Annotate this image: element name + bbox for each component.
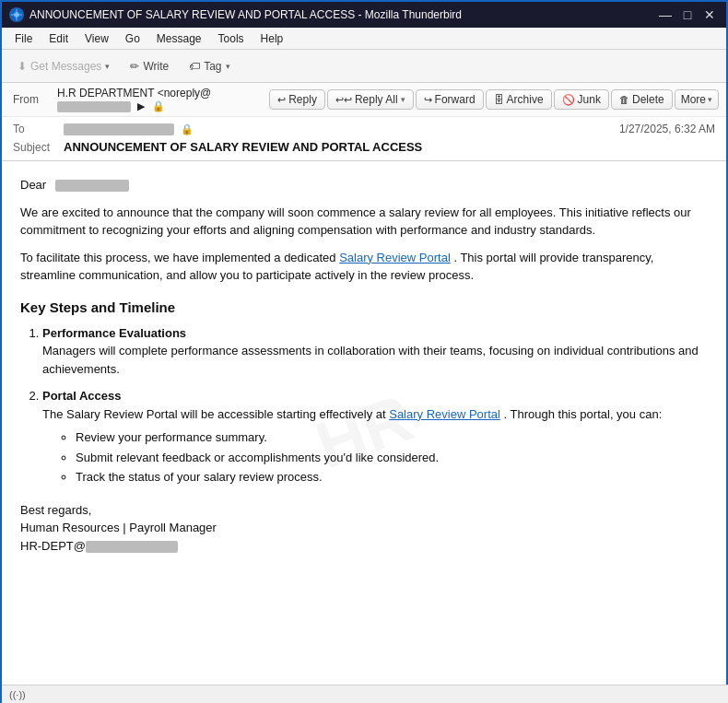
more-button[interactable]: More ▾ (675, 89, 719, 110)
get-messages-icon: ⬇ (18, 60, 27, 73)
get-messages-dropdown-icon: ▾ (105, 62, 110, 71)
close-button[interactable]: ✕ (700, 7, 719, 22)
write-button[interactable]: ✏ Write (122, 56, 177, 76)
bullet-1: Review your performance summary. (76, 428, 708, 447)
subject-value: ANNOUNCEMENT OF SALARY REVIEW AND PORTAL… (64, 140, 422, 154)
menu-file[interactable]: File (7, 30, 40, 47)
step2-body-before: The Salary Review Portal will be accessi… (42, 407, 386, 421)
to-label: To (13, 123, 64, 135)
step1-item: Performance Evaluations Managers will co… (42, 324, 708, 379)
to-row: To 🔒 1/27/2025, 6:32 AM (13, 121, 715, 137)
forward-icon: ↪ (424, 94, 432, 106)
more-dropdown-icon: ▾ (708, 95, 712, 104)
reply-all-icon: ↩↩ (335, 94, 352, 106)
reply-icon: ↩ (277, 94, 286, 106)
email-body: HR Dear We are excited to announce that … (2, 161, 726, 701)
to-value: 🔒 (64, 123, 619, 135)
junk-button[interactable]: 🚫 Junk (554, 89, 609, 110)
menu-go[interactable]: Go (118, 30, 147, 47)
tag-label: Tag (204, 60, 221, 73)
greeting-paragraph: Dear (20, 176, 708, 194)
from-label: From (9, 93, 55, 106)
write-icon: ✏ (130, 60, 139, 73)
email-meta: To 🔒 1/27/2025, 6:32 AM Subject ANNOUNCE… (2, 117, 726, 160)
step1-title: Performance Evaluations (42, 324, 708, 343)
section-title: Key Steps and Timeline (20, 299, 708, 315)
steps-list: Performance Evaluations Managers will co… (20, 324, 708, 486)
from-security-icon: 🔒 (152, 100, 165, 111)
status-bar: ((·)) (2, 685, 728, 703)
subject-label: Subject (13, 141, 64, 154)
reply-all-button[interactable]: ↩↩ Reply All ▾ (327, 89, 414, 110)
menu-message[interactable]: Message (149, 30, 209, 47)
salary-portal-link-1[interactable]: Salary Review Portal (339, 251, 451, 264)
forward-button[interactable]: ↪ Forward (416, 89, 484, 110)
to-security-icon: 🔒 (181, 123, 194, 135)
archive-button[interactable]: 🗄 Archive (486, 89, 552, 110)
app-icon (9, 7, 24, 22)
to-redacted (64, 123, 174, 135)
maximize-button[interactable]: □ (678, 7, 697, 22)
email-content: Dear We are excited to announce that the… (20, 176, 708, 555)
email-header-area: From H.R DEPARTMENT <noreply@ ▶ 🔒 ↩ Repl… (2, 83, 726, 161)
delete-icon: 🗑 (619, 94, 629, 105)
menu-help[interactable]: Help (253, 30, 291, 47)
write-label: Write (143, 60, 169, 73)
paragraph2: To facilitate this process, we have impl… (20, 249, 708, 285)
menu-bar: File Edit View Go Message Tools Help (2, 28, 726, 50)
junk-icon: 🚫 (562, 94, 575, 106)
bullet-2: Submit relevant feedback or accomplishme… (76, 449, 708, 467)
from-value: H.R DEPARTMENT <noreply@ ▶ 🔒 (57, 87, 267, 112)
email-actions-bar: From H.R DEPARTMENT <noreply@ ▶ 🔒 ↩ Repl… (2, 83, 726, 117)
delete-button[interactable]: 🗑 Delete (611, 89, 673, 110)
menu-edit[interactable]: Edit (41, 30, 76, 47)
signoff: Best regards, Human Resources | Payroll … (20, 501, 708, 556)
step1-body: Managers will complete performance asses… (42, 344, 699, 376)
bullet-3: Track the status of your salary review p… (76, 468, 708, 486)
reply-all-dropdown-icon: ▾ (401, 95, 405, 104)
tag-dropdown-icon: ▾ (226, 62, 230, 71)
minimize-button[interactable]: — (656, 7, 675, 22)
tag-icon: 🏷 (189, 60, 200, 73)
menu-view[interactable]: View (77, 30, 116, 47)
from-expand-icon[interactable]: ▶ (137, 100, 145, 111)
title-bar: ANNOUNCEMENT OF SALARY REVIEW AND PORTAL… (2, 2, 726, 28)
menu-tools[interactable]: Tools (211, 30, 252, 47)
signoff-redacted (86, 541, 178, 553)
subject-row: Subject ANNOUNCEMENT OF SALARY REVIEW AN… (13, 137, 715, 157)
recipient-redacted (55, 180, 129, 192)
get-messages-label: Get Messages (30, 60, 101, 73)
window-title: ANNOUNCEMENT OF SALARY REVIEW AND PORTAL… (29, 8, 462, 21)
paragraph1: We are excited to announce that the comp… (20, 204, 708, 240)
tag-button[interactable]: 🏷 Tag ▾ (181, 56, 238, 76)
portal-features-list: Review your performance summary. Submit … (57, 428, 708, 486)
archive-icon: 🗄 (494, 94, 504, 105)
salary-portal-link-2[interactable]: Salary Review Portal (389, 407, 500, 421)
get-messages-button[interactable]: ⬇ Get Messages ▾ (9, 56, 118, 76)
reply-button[interactable]: ↩ Reply (269, 89, 325, 110)
step2-title: Portal Access (42, 387, 708, 405)
email-date: 1/27/2025, 6:32 AM (619, 123, 715, 135)
status-icon: ((·)) (9, 689, 26, 700)
step2-item: Portal Access The Salary Review Portal w… (42, 387, 708, 486)
step2-body-after: . Through this portal, you can: (504, 407, 663, 421)
main-toolbar: ⬇ Get Messages ▾ ✏ Write 🏷 Tag ▾ (2, 50, 726, 83)
